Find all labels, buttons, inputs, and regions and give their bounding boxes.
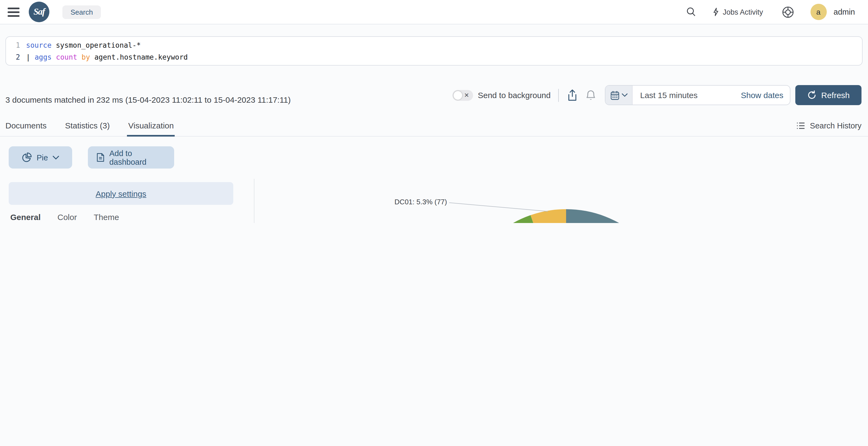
time-range-value[interactable]: Last 15 minutes — [632, 91, 741, 100]
add-to-dashboard-label: Add to dashboard — [109, 149, 165, 166]
leader-line-dc01 — [449, 203, 548, 211]
chart-type-label: Pie — [37, 153, 48, 162]
calendar-icon — [610, 90, 619, 100]
query-function: count — [56, 52, 77, 63]
jobs-activity-button[interactable]: Jobs Activity — [713, 8, 763, 16]
chevron-down-icon — [53, 155, 59, 160]
nav-search-button[interactable]: Search — [62, 5, 101, 19]
share-button[interactable] — [566, 89, 578, 102]
query-by-keyword: by — [82, 52, 90, 63]
send-to-background-label: Send to background — [478, 91, 551, 100]
viz-toolbar: Pie Add to dashboard — [9, 146, 174, 169]
send-to-background-toggle[interactable] — [452, 90, 473, 101]
line-number: 1 — [6, 40, 20, 52]
query-keyword: aggs — [35, 52, 52, 63]
share-icon — [566, 89, 578, 102]
jobs-activity-label: Jobs Activity — [723, 8, 763, 16]
refresh-button[interactable]: Refresh — [795, 85, 862, 105]
callout-dc01: DC01: 5.3% (77) — [394, 198, 447, 206]
chevron-down-icon — [621, 93, 627, 97]
pie-slice-client2winsrv[interactable] — [461, 209, 675, 223]
line-number: 2 — [6, 52, 20, 63]
result-tabs: Documents Statistics (3) Visualization — [0, 114, 868, 137]
top-bar: Saf Search Jobs Activity a admi — [0, 0, 868, 24]
add-to-dashboard-button[interactable]: Add to dashboard — [88, 146, 174, 169]
document-icon — [97, 152, 104, 163]
global-search-icon[interactable] — [686, 6, 696, 18]
list-icon — [796, 122, 805, 129]
hamburger-menu-icon[interactable] — [8, 7, 20, 16]
query-field: agent.hostname.keyword — [94, 52, 188, 63]
refresh-icon — [807, 91, 816, 100]
pie-chart-svg — [254, 137, 868, 223]
query-index-pattern: sysmon_operational-* — [56, 40, 141, 52]
query-line-1: 1 source sysmon_operational-* — [6, 40, 862, 52]
time-range-picker: Last 15 minutes Show dates — [605, 85, 790, 105]
app-window: Saf Search Jobs Activity a admi — [0, 0, 868, 223]
settings-panel: Apply settings General Color Theme Enabl… — [0, 179, 245, 223]
query-pipe: | — [26, 52, 30, 63]
calendar-dropdown-button[interactable] — [606, 85, 632, 105]
app-logo[interactable]: Saf — [29, 2, 50, 22]
pie-chart — [458, 209, 675, 223]
bell-icon — [585, 88, 597, 102]
lightning-icon — [713, 8, 719, 16]
tab-documents[interactable]: Documents — [5, 114, 46, 136]
query-line-2: 2 | aggs count by agent.hostname.keyword — [6, 52, 862, 63]
apply-settings-bar: Apply settings — [9, 182, 233, 205]
tab-visualization[interactable]: Visualization — [128, 114, 174, 136]
notifications-button[interactable] — [585, 88, 597, 102]
tab-general[interactable]: General — [10, 212, 41, 223]
user-avatar[interactable]: a — [810, 4, 827, 20]
chart-type-button[interactable]: Pie — [9, 146, 72, 169]
divider — [558, 89, 559, 102]
pie-chart-icon — [22, 152, 32, 163]
tab-statistics[interactable]: Statistics (3) — [65, 114, 110, 136]
query-keyword: source — [26, 40, 52, 52]
apply-settings-button[interactable]: Apply settings — [96, 189, 147, 198]
search-history-label: Search History — [810, 121, 862, 130]
results-controls: Send to background — [452, 85, 862, 105]
refresh-label: Refresh — [821, 91, 849, 100]
help-lifering-icon[interactable] — [781, 6, 794, 18]
query-editor[interactable]: 1 source sysmon_operational-* 2 | aggs c… — [5, 36, 863, 66]
results-summary: 3 documents matched in 232 ms (15-04-202… — [5, 95, 291, 104]
settings-tabs: General Color Theme — [10, 212, 119, 223]
user-name[interactable]: admin — [834, 8, 855, 16]
pie-slice-DC01[interactable] — [531, 209, 566, 223]
tab-color[interactable]: Color — [58, 212, 77, 223]
show-dates-button[interactable]: Show dates — [741, 91, 790, 100]
pie-chart-area: DC01: 5.3% (77) Client1win10: 23.9% (347… — [254, 137, 868, 223]
tab-theme[interactable]: Theme — [94, 212, 119, 223]
search-history-button[interactable]: Search History — [796, 114, 862, 137]
